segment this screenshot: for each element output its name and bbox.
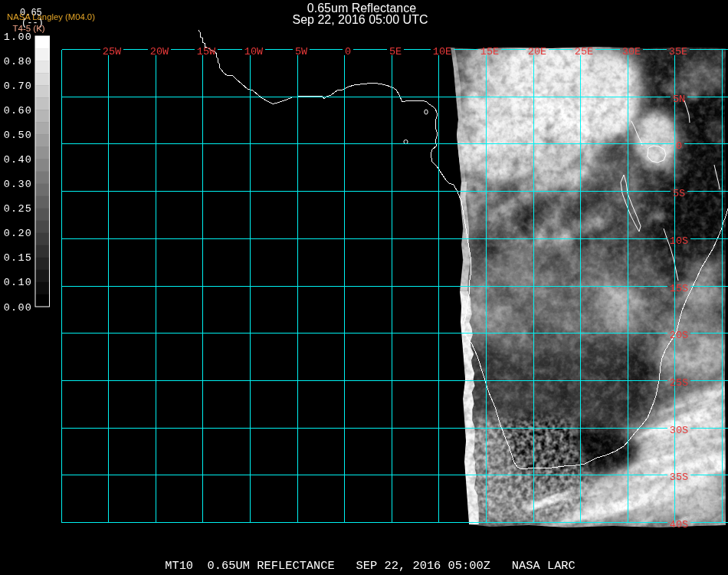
svg-text:10W: 10W	[244, 46, 264, 58]
svg-text:25E: 25E	[575, 46, 593, 58]
svg-text:15S: 15S	[670, 283, 688, 294]
svg-text:20S: 20S	[670, 330, 688, 341]
svg-text:0.25: 0.25	[4, 203, 32, 215]
svg-text:40S: 40S	[670, 519, 688, 531]
svg-text:T4-5 (K): T4-5 (K)	[13, 24, 45, 33]
svg-text:5E: 5E	[389, 46, 402, 58]
svg-text:0.70: 0.70	[4, 80, 32, 92]
svg-text:0.10: 0.10	[4, 277, 32, 288]
svg-text:20E: 20E	[528, 46, 546, 58]
svg-text:5S: 5S	[673, 188, 685, 199]
svg-text:0.60: 0.60	[4, 105, 32, 117]
svg-text:30S: 30S	[670, 425, 688, 436]
svg-text:0.00: 0.00	[4, 302, 32, 314]
svg-text:0.40: 0.40	[4, 154, 32, 166]
svg-text:MT10 0.65UM REFLECTANCE SEP: MT10 0.65UM REFLECTANCE SEP 22, 2016 05:…	[165, 559, 576, 573]
svg-text:0.30: 0.30	[4, 179, 32, 190]
svg-text:15W: 15W	[197, 46, 216, 58]
svg-text:0.80: 0.80	[4, 56, 32, 67]
svg-text:35S: 35S	[670, 472, 688, 483]
svg-text:0.15: 0.15	[4, 252, 32, 264]
svg-text:0: 0	[345, 46, 351, 58]
svg-text:20W: 20W	[150, 46, 169, 58]
svg-text:25W: 25W	[103, 46, 122, 58]
svg-text:35E: 35E	[669, 46, 687, 58]
svg-text:0.20: 0.20	[4, 228, 32, 239]
svg-text:0.50: 0.50	[4, 130, 32, 141]
svg-text:5N: 5N	[673, 94, 685, 105]
svg-text:Sep 22, 2016 05:00 UTC: Sep 22, 2016 05:00 UTC	[292, 13, 428, 26]
svg-text:15E: 15E	[480, 46, 499, 58]
svg-text:10S: 10S	[670, 235, 688, 247]
svg-text:10E: 10E	[433, 46, 451, 58]
svg-text:0: 0	[676, 140, 682, 152]
svg-text:30E: 30E	[622, 46, 641, 58]
svg-text:25S: 25S	[670, 377, 688, 389]
svg-text:NASA Langley (M04.0): NASA Langley (M04.0)	[7, 12, 95, 21]
svg-text:5W: 5W	[295, 46, 308, 58]
